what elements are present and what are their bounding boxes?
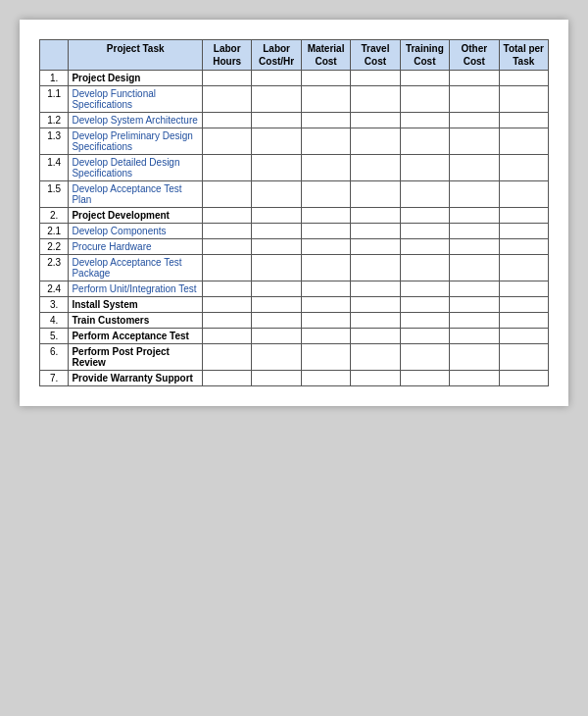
- row-task-name: Project Development: [69, 208, 203, 224]
- row-data-cell: [351, 113, 400, 128]
- row-data-cell: [400, 113, 449, 128]
- header-labor-hours: Labor Hours: [202, 40, 251, 71]
- row-data-cell: [252, 208, 301, 224]
- row-task-name: Provide Warranty Support: [69, 371, 203, 386]
- table-row: 7.Provide Warranty Support: [40, 371, 549, 386]
- table-row: 5.Perform Acceptance Test: [40, 329, 549, 344]
- row-data-cell: [202, 113, 251, 128]
- row-data-cell: [400, 128, 449, 155]
- row-data-cell: [202, 86, 251, 113]
- row-data-cell: [499, 344, 548, 371]
- row-data-cell: [301, 239, 350, 255]
- row-data-cell: [252, 128, 301, 155]
- row-data-cell: [450, 329, 499, 344]
- table-header-row: Project Task Labor Hours Labor Cost/Hr M…: [40, 40, 549, 71]
- row-data-cell: [301, 281, 350, 297]
- row-data-cell: [499, 224, 548, 239]
- row-id: 5.: [40, 329, 69, 344]
- row-data-cell: [499, 281, 548, 297]
- row-id: 4.: [40, 313, 69, 329]
- row-data-cell: [301, 255, 350, 281]
- table-row: 1.Project Design: [40, 71, 549, 86]
- row-data-cell: [301, 86, 350, 113]
- row-data-cell: [351, 128, 400, 155]
- row-data-cell: [351, 86, 400, 113]
- row-data-cell: [450, 181, 499, 208]
- row-task-name: Perform Acceptance Test: [69, 329, 203, 344]
- row-task-name: Train Customers: [69, 313, 203, 329]
- row-data-cell: [400, 239, 449, 255]
- header-material-cost: Material Cost: [301, 40, 350, 71]
- row-data-cell: [400, 281, 449, 297]
- table-row: 1.2Develop System Architecture: [40, 113, 549, 128]
- row-id: 2.1: [40, 224, 69, 239]
- row-data-cell: [252, 113, 301, 128]
- row-data-cell: [499, 239, 548, 255]
- row-data-cell: [202, 297, 251, 313]
- row-data-cell: [499, 297, 548, 313]
- row-task-name: Develop Acceptance Test Plan: [69, 181, 203, 208]
- row-data-cell: [499, 255, 548, 281]
- row-data-cell: [252, 281, 301, 297]
- row-task-name: Project Design: [69, 71, 203, 86]
- table-row: 2.1Develop Components: [40, 224, 549, 239]
- row-data-cell: [252, 255, 301, 281]
- row-data-cell: [450, 155, 499, 181]
- header-project-task: Project Task: [69, 40, 203, 71]
- row-data-cell: [301, 371, 350, 386]
- row-data-cell: [499, 329, 548, 344]
- row-id: 1.3: [40, 128, 69, 155]
- row-data-cell: [351, 371, 400, 386]
- row-data-cell: [202, 155, 251, 181]
- row-data-cell: [301, 208, 350, 224]
- row-id: 1.: [40, 71, 69, 86]
- row-data-cell: [400, 255, 449, 281]
- header-training-cost: Training Cost: [400, 40, 449, 71]
- row-data-cell: [252, 329, 301, 344]
- row-data-cell: [301, 113, 350, 128]
- row-data-cell: [450, 128, 499, 155]
- row-data-cell: [252, 181, 301, 208]
- row-data-cell: [450, 86, 499, 113]
- row-task-name: Develop Detailed Design Specifications: [69, 155, 203, 181]
- row-data-cell: [252, 155, 301, 181]
- project-cost-table: Project Task Labor Hours Labor Cost/Hr M…: [39, 39, 549, 386]
- row-data-cell: [351, 208, 400, 224]
- table-row: 4.Train Customers: [40, 313, 549, 329]
- table-row: 2.4Perform Unit/Integration Test: [40, 281, 549, 297]
- row-data-cell: [252, 239, 301, 255]
- row-data-cell: [351, 155, 400, 181]
- row-data-cell: [301, 71, 350, 86]
- row-data-cell: [400, 155, 449, 181]
- row-data-cell: [499, 71, 548, 86]
- row-data-cell: [351, 224, 400, 239]
- row-data-cell: [499, 128, 548, 155]
- row-task-name: Perform Unit/Integration Test: [69, 281, 203, 297]
- row-task-name: Develop Acceptance Test Package: [69, 255, 203, 281]
- table-row: 1.3Develop Preliminary Design Specificat…: [40, 128, 549, 155]
- row-id: 1.1: [40, 86, 69, 113]
- row-data-cell: [351, 255, 400, 281]
- row-data-cell: [400, 371, 449, 386]
- row-data-cell: [351, 239, 400, 255]
- header-total-per-task: Total per Task: [499, 40, 548, 71]
- row-data-cell: [301, 297, 350, 313]
- row-data-cell: [202, 344, 251, 371]
- table-row: 6.Perform Post Project Review: [40, 344, 549, 371]
- row-data-cell: [450, 113, 499, 128]
- row-data-cell: [252, 224, 301, 239]
- row-task-name: Develop Components: [69, 224, 203, 239]
- row-id: 3.: [40, 297, 69, 313]
- table-row: 1.5Develop Acceptance Test Plan: [40, 181, 549, 208]
- table-row: 2.Project Development: [40, 208, 549, 224]
- row-data-cell: [450, 71, 499, 86]
- row-data-cell: [450, 255, 499, 281]
- row-data-cell: [351, 71, 400, 86]
- row-data-cell: [400, 344, 449, 371]
- row-data-cell: [351, 329, 400, 344]
- row-id: 7.: [40, 371, 69, 386]
- row-data-cell: [400, 71, 449, 86]
- row-data-cell: [400, 329, 449, 344]
- row-data-cell: [252, 313, 301, 329]
- row-data-cell: [351, 344, 400, 371]
